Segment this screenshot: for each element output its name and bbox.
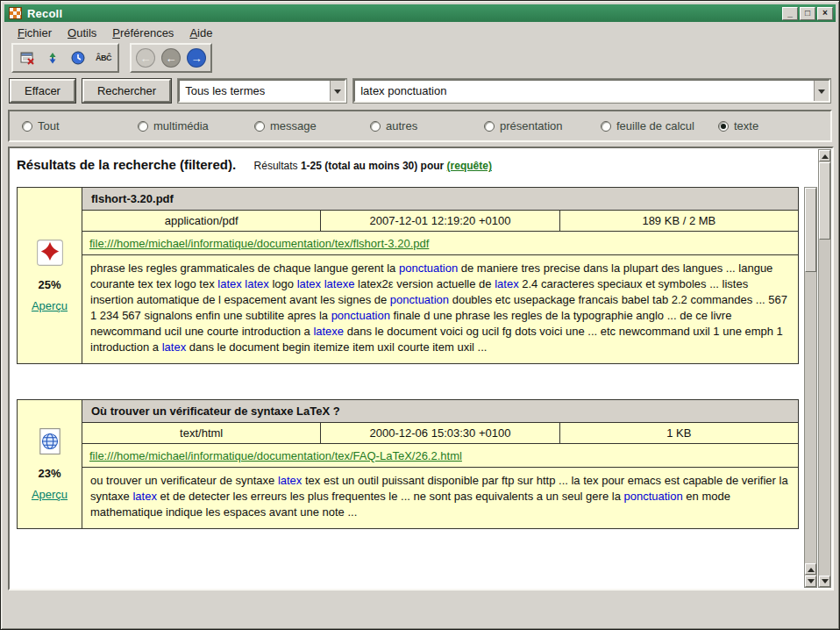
result-url-link[interactable]: file:///home/michael/informatique/docume…	[89, 237, 429, 250]
scroll-down-button[interactable]	[805, 576, 816, 587]
result-main: flshort-3.20.pdf application/pdf 2007-12…	[82, 188, 798, 363]
toolbar-group-tools: ÂBĈ	[11, 43, 119, 73]
results-title: Résultats de la recherche (filtered).	[17, 157, 236, 172]
arrow-down-icon	[822, 579, 829, 587]
query-link[interactable]: (requête)	[447, 160, 492, 172]
prev-page-button[interactable]: ←	[160, 47, 182, 69]
outer-scrollbar[interactable]	[818, 149, 831, 588]
scroll-up-button[interactable]	[805, 563, 816, 575]
result-url-row: file:///home/michael/informatique/docume…	[82, 444, 798, 468]
menu-outils[interactable]: Outils	[60, 25, 104, 41]
search-mode-select[interactable]: Tous les termes	[178, 79, 346, 103]
close-button[interactable]: ×	[817, 7, 833, 20]
clear-button[interactable]: Effacer	[10, 79, 75, 103]
menu-aide[interactable]: Aide	[182, 25, 220, 41]
search-mode-value: Tous les termes	[180, 81, 330, 101]
scrollbar-thumb[interactable]	[819, 162, 830, 240]
chevron-down-icon[interactable]	[814, 81, 829, 101]
result-mime: application/pdf	[82, 211, 320, 231]
result-title: flshort-3.20.pdf	[82, 188, 798, 211]
next-page-icon: →	[187, 48, 206, 68]
results-count-label: Résultats	[254, 160, 301, 172]
history-button[interactable]	[67, 47, 89, 69]
term-explorer-button[interactable]: ÂBĈ	[92, 47, 115, 69]
first-page-button[interactable]: ←	[134, 47, 157, 69]
radio-icon[interactable]	[718, 121, 729, 132]
result-side-panel: 23% Aperçu	[18, 400, 82, 528]
next-page-button[interactable]: →	[185, 47, 208, 69]
results-header: Résultats de la recherche (filtered). Ré…	[15, 155, 801, 176]
result-size: 1 KB	[559, 423, 798, 443]
result-url-row: file:///home/michael/informatique/docume…	[82, 232, 798, 255]
html-file-icon	[36, 427, 64, 459]
query-value: latex ponctuation	[355, 81, 814, 101]
preview-link[interactable]: Aperçu	[32, 299, 68, 312]
chevron-down-icon[interactable]	[330, 81, 345, 101]
radio-icon[interactable]	[254, 121, 265, 132]
radio-icon[interactable]	[601, 121, 611, 132]
inner-scrollbar[interactable]	[804, 187, 817, 588]
search-row: Effacer Rechercher Tous les termes latex…	[10, 78, 830, 104]
clock-icon	[70, 50, 86, 66]
toolbar: ÂBĈ ← ← →	[4, 43, 836, 73]
preview-link[interactable]: Aperçu	[32, 488, 68, 501]
filter-label: présentation	[500, 119, 563, 132]
menu-fichier[interactable]: Fichier	[10, 25, 60, 41]
app-icon	[9, 7, 22, 19]
minimize-button[interactable]: _	[782, 7, 798, 20]
first-page-icon: ←	[136, 48, 155, 68]
radio-icon[interactable]	[22, 121, 32, 132]
search-button[interactable]: Rechercher	[82, 79, 171, 103]
result-item-2: 23% Aperçu Où trouver un vérificateur de…	[17, 399, 799, 529]
result-item-1: 25% Aperçu flshort-3.20.pdf application/…	[17, 187, 799, 364]
spellcheck-icon: ÂBĈ	[96, 54, 111, 62]
filter-label: Tout	[38, 119, 60, 132]
result-main: Où trouver un vérificateur de syntaxe La…	[82, 400, 798, 528]
result-mime: text/html	[82, 423, 320, 443]
recoll-window: Recoll _ □ × Fichier Outils Préférences …	[0, 0, 840, 630]
filter-autres[interactable]: autres	[370, 119, 417, 132]
filter-texte[interactable]: texte	[718, 119, 758, 132]
radio-icon[interactable]	[484, 121, 495, 132]
scrollbar-thumb[interactable]	[805, 188, 816, 272]
filter-presentation[interactable]: présentation	[484, 119, 563, 132]
query-input[interactable]: latex ponctuation	[353, 79, 830, 103]
filter-feuille-de-calcul[interactable]: feuille de calcul	[601, 119, 694, 132]
results-summary: Résultats 1-25 (total au moins 30) pour …	[254, 160, 492, 172]
scroll-down-button[interactable]	[819, 576, 830, 587]
clear-icon	[19, 50, 35, 66]
toolbar-group-nav: ← ← →	[130, 43, 212, 73]
filter-label: multimédia	[153, 119, 209, 132]
arrow-down-icon	[808, 579, 815, 587]
filter-multimedia[interactable]: multimédia	[138, 119, 209, 132]
filter-label: autres	[386, 119, 417, 132]
result-date: 2000-12-06 15:03:30 +0100	[320, 423, 559, 443]
filter-tout[interactable]: Tout	[22, 119, 60, 132]
arrow-up-icon	[822, 151, 829, 159]
result-meta-row: application/pdf 2007-12-01 12:19:20 +010…	[82, 211, 798, 232]
results-range: 1-25 (total au moins 30) pour	[301, 160, 447, 172]
update-index-button[interactable]	[41, 47, 64, 69]
result-url-link[interactable]: file:///home/michael/informatique/docume…	[89, 449, 462, 462]
result-size: 189 KB / 2 MB	[559, 211, 798, 231]
result-snippet: ou trouver un verificateur de syntaxe la…	[82, 468, 798, 528]
radio-icon[interactable]	[370, 121, 381, 132]
filter-label: message	[270, 119, 317, 132]
menu-preferences[interactable]: Préférences	[104, 25, 182, 41]
result-title: Où trouver un vérificateur de syntaxe La…	[82, 400, 798, 423]
filter-label: texte	[734, 119, 758, 132]
pdf-file-icon	[36, 239, 64, 270]
maximize-button[interactable]: □	[800, 7, 815, 20]
scroll-up-button[interactable]	[819, 150, 830, 161]
result-snippet: phrase les regles grammaticales de chaqu…	[82, 255, 798, 363]
clear-search-button[interactable]	[16, 47, 39, 69]
result-meta-row: text/html 2000-12-06 15:03:30 +0100 1 KB	[82, 423, 798, 444]
relevance-percent: 25%	[38, 278, 61, 291]
radio-icon[interactable]	[138, 121, 148, 132]
filter-label: feuille de calcul	[616, 119, 694, 132]
relevance-percent: 23%	[38, 467, 61, 480]
arrow-up-icon	[808, 564, 815, 572]
results-panel: Résultats de la recherche (filtered). Ré…	[8, 147, 834, 591]
window-title: Recoll	[27, 7, 62, 20]
filter-message[interactable]: message	[254, 119, 317, 132]
